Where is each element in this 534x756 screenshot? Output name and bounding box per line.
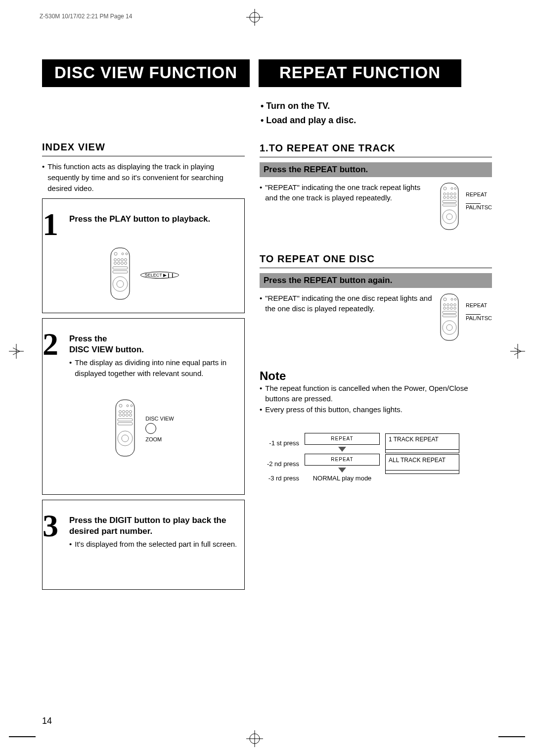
- repeat-button-instruction-2: Press the REPEAT button again.: [260, 273, 492, 288]
- svg-point-48: [450, 192, 453, 195]
- edge-mark-left: [9, 736, 36, 737]
- crop-mark-right-icon: [510, 344, 525, 361]
- note-heading: Note: [260, 369, 492, 383]
- svg-point-19: [117, 262, 120, 265]
- svg-point-11: [114, 252, 117, 255]
- svg-point-17: [124, 259, 127, 261]
- repeat-one-track-desc: "REPEAT" indicating the one track repeat…: [260, 182, 433, 204]
- disc-view-circle-icon: [145, 423, 156, 434]
- note-item-2: Every press of this button, changes ligh…: [260, 404, 492, 415]
- title-repeat-function: REPEAT FUNCTION: [259, 59, 461, 87]
- svg-rect-71: [443, 315, 456, 317]
- svg-point-37: [130, 414, 132, 416]
- svg-point-47: [447, 192, 449, 195]
- step-number-3: 3: [43, 513, 64, 550]
- svg-point-34: [119, 414, 122, 416]
- svg-point-28: [127, 405, 129, 407]
- svg-rect-55: [443, 204, 456, 206]
- svg-point-29: [131, 405, 133, 407]
- normal-play-mode-label: NORMAL play mode: [305, 474, 379, 482]
- svg-point-41: [122, 435, 129, 442]
- step2-description: The display as dividing into nine equal …: [69, 357, 244, 379]
- svg-point-24: [113, 277, 128, 291]
- svg-point-51: [447, 196, 449, 198]
- svg-point-35: [123, 414, 125, 416]
- svg-point-32: [126, 410, 129, 413]
- press-1-label: -1 st press: [260, 439, 299, 447]
- svg-point-66: [444, 307, 446, 309]
- svg-point-52: [450, 196, 453, 198]
- svg-point-73: [446, 325, 452, 331]
- index-view-heading: INDEX VIEW: [42, 142, 245, 156]
- svg-rect-23: [113, 271, 128, 273]
- crop-mark-bottom-icon: [246, 730, 263, 747]
- palntsc-label: PAL/NTSC: [466, 204, 492, 211]
- svg-rect-26: [116, 400, 134, 456]
- repeat-one-disc-heading: TO REPEAT ONE DISC: [260, 253, 492, 268]
- svg-point-67: [447, 307, 449, 309]
- repeat-label: REPEAT: [466, 302, 492, 309]
- step-number-1: 1: [43, 212, 64, 237]
- note-item-1: The repeat function is cancelled when th…: [260, 383, 492, 405]
- repeat-label: REPEAT: [466, 191, 492, 198]
- step2-title-line1: Press the: [69, 333, 244, 344]
- svg-point-15: [117, 259, 120, 261]
- display-all-track-repeat: ALL TRACK REPEAT: [385, 454, 459, 474]
- left-column: INDEX VIEW This function acts as display…: [42, 92, 245, 590]
- svg-point-60: [451, 298, 453, 300]
- repeat-indicator-box: REPEAT: [305, 433, 380, 445]
- repeat-indicator-box: REPEAT: [305, 454, 380, 466]
- svg-point-12: [122, 253, 124, 255]
- svg-point-49: [454, 192, 456, 195]
- arrow-down-icon: [338, 447, 346, 452]
- svg-point-43: [444, 187, 446, 190]
- step2-title-line2: DISC VIEW button.: [69, 344, 244, 355]
- svg-rect-22: [113, 267, 128, 269]
- repeat-one-track-heading: 1.TO REPEAT ONE TRACK: [260, 142, 492, 157]
- page-meta-header: Z-530M 10/17/02 2:21 PM Page 14: [40, 13, 132, 20]
- crop-mark-left-icon: [9, 344, 24, 361]
- svg-point-50: [444, 196, 446, 198]
- repeat-one-disc-desc: "REPEAT" indicating the one disc repeat …: [260, 293, 433, 315]
- svg-point-72: [443, 321, 456, 334]
- svg-point-20: [121, 262, 123, 265]
- prep-item-2: • Load and play a disc.: [261, 113, 492, 128]
- step3-title: Press the DIGIT button to play back the …: [69, 515, 244, 537]
- svg-point-53: [454, 196, 456, 198]
- select-button-label: SELECT ▶❙❙: [140, 272, 179, 279]
- svg-point-63: [447, 303, 449, 306]
- svg-point-45: [454, 188, 456, 189]
- edge-mark-right: [498, 736, 525, 737]
- press-3-label: -3 rd press: [260, 474, 299, 482]
- prep-item-1: • Turn on the TV.: [261, 99, 492, 113]
- svg-rect-54: [443, 200, 456, 203]
- svg-point-59: [444, 298, 446, 301]
- step3-description: It's displayed from the selected part in…: [69, 539, 244, 550]
- display-1-track-repeat: 1 TRACK REPEAT: [385, 433, 459, 453]
- svg-point-62: [444, 303, 446, 306]
- svg-point-31: [123, 410, 125, 413]
- press-2-label: -2 nd press: [260, 460, 299, 468]
- svg-point-25: [117, 281, 124, 287]
- svg-point-61: [454, 298, 456, 300]
- svg-point-36: [126, 414, 129, 416]
- svg-point-13: [126, 253, 128, 255]
- svg-point-21: [124, 262, 127, 265]
- index-view-description: This function acts as displaying the tra…: [42, 161, 245, 193]
- svg-point-40: [118, 431, 133, 446]
- svg-point-64: [450, 303, 453, 306]
- svg-point-33: [130, 410, 132, 413]
- remote-icon: [438, 182, 461, 234]
- svg-point-46: [444, 192, 446, 195]
- remote-icon: [108, 247, 133, 303]
- svg-point-18: [114, 262, 116, 265]
- svg-point-69: [454, 307, 456, 309]
- svg-point-65: [454, 303, 456, 306]
- svg-rect-70: [443, 311, 456, 314]
- crop-mark-top-icon: [246, 9, 263, 26]
- title-disc-view: DISC VIEW FUNCTION: [42, 59, 250, 87]
- palntsc-label: PAL/NTSC: [466, 315, 492, 322]
- svg-point-14: [114, 259, 116, 261]
- svg-point-68: [450, 307, 453, 309]
- repeat-button-instruction-1: Press the REPEAT button.: [260, 162, 492, 177]
